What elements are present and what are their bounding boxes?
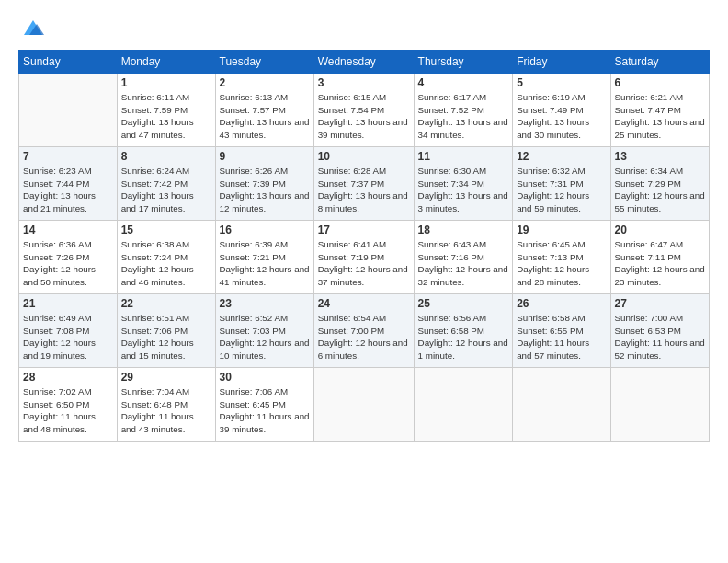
calendar-day-cell (313, 368, 414, 442)
calendar-day-cell: 23Sunrise: 6:52 AMSunset: 7:03 PMDayligh… (215, 294, 313, 368)
day-info: Sunrise: 6:30 AMSunset: 7:34 PMDaylight:… (418, 165, 509, 215)
day-info: Sunrise: 7:00 AMSunset: 6:53 PMDaylight:… (615, 312, 705, 362)
day-info: Sunrise: 6:38 AMSunset: 7:24 PMDaylight:… (121, 238, 211, 289)
calendar-day-cell: 15Sunrise: 6:38 AMSunset: 7:24 PMDayligh… (117, 221, 215, 294)
day-number: 6 (615, 76, 705, 89)
calendar-day-cell: 22Sunrise: 6:51 AMSunset: 7:06 PMDayligh… (117, 294, 215, 368)
day-info: Sunrise: 7:06 AMSunset: 6:45 PMDaylight:… (220, 385, 310, 436)
calendar-day-cell: 11Sunrise: 6:30 AMSunset: 7:34 PMDayligh… (414, 147, 513, 221)
day-number: 12 (517, 150, 606, 163)
day-number: 13 (615, 150, 705, 163)
header (18, 15, 710, 40)
day-info: Sunrise: 6:52 AMSunset: 7:03 PMDaylight:… (220, 312, 310, 362)
calendar-day-cell: 9Sunrise: 6:26 AMSunset: 7:39 PMDaylight… (215, 147, 313, 221)
day-info: Sunrise: 6:34 AMSunset: 7:29 PMDaylight:… (615, 165, 705, 215)
day-info: Sunrise: 6:32 AMSunset: 7:31 PMDaylight:… (517, 165, 606, 215)
day-number: 28 (23, 371, 113, 384)
page: SundayMondayTuesdayWednesdayThursdayFrid… (0, 0, 728, 563)
day-number: 8 (121, 150, 211, 163)
calendar-day-cell (513, 368, 610, 442)
day-number: 17 (318, 224, 410, 236)
day-number: 9 (220, 150, 310, 163)
day-number: 21 (23, 297, 113, 310)
day-number: 11 (418, 150, 509, 163)
calendar-day-cell: 14Sunrise: 6:36 AMSunset: 7:26 PMDayligh… (19, 221, 118, 294)
day-number: 2 (220, 76, 310, 89)
day-number: 24 (318, 297, 410, 310)
calendar-week-row: 28Sunrise: 7:02 AMSunset: 6:50 PMDayligh… (19, 368, 710, 442)
calendar-day-cell: 3Sunrise: 6:15 AMSunset: 7:54 PMDaylight… (313, 74, 414, 147)
calendar-week-row: 21Sunrise: 6:49 AMSunset: 7:08 PMDayligh… (19, 294, 710, 368)
calendar-week-row: 1Sunrise: 6:11 AMSunset: 7:59 PMDaylight… (19, 74, 710, 147)
day-number: 20 (615, 224, 705, 236)
calendar-day-cell: 8Sunrise: 6:24 AMSunset: 7:42 PMDaylight… (117, 147, 215, 221)
day-info: Sunrise: 6:13 AMSunset: 7:57 PMDaylight:… (220, 91, 310, 142)
calendar-day-cell: 16Sunrise: 6:39 AMSunset: 7:21 PMDayligh… (215, 221, 313, 294)
day-of-week-header: Friday (513, 51, 610, 74)
calendar-day-cell: 12Sunrise: 6:32 AMSunset: 7:31 PMDayligh… (513, 147, 610, 221)
day-number: 14 (23, 224, 113, 236)
day-number: 1 (121, 76, 211, 89)
calendar-day-cell: 7Sunrise: 6:23 AMSunset: 7:44 PMDaylight… (19, 147, 118, 221)
day-number: 5 (517, 76, 606, 89)
day-info: Sunrise: 6:47 AMSunset: 7:11 PMDaylight:… (615, 238, 705, 289)
calendar-day-cell (19, 74, 118, 147)
day-info: Sunrise: 6:39 AMSunset: 7:21 PMDaylight:… (220, 238, 310, 289)
day-info: Sunrise: 6:26 AMSunset: 7:39 PMDaylight:… (220, 165, 310, 215)
day-of-week-header: Thursday (414, 51, 513, 74)
calendar-header-row: SundayMondayTuesdayWednesdayThursdayFrid… (19, 51, 710, 74)
day-number: 15 (121, 224, 211, 236)
day-number: 7 (23, 150, 113, 163)
day-info: Sunrise: 6:43 AMSunset: 7:16 PMDaylight:… (418, 238, 509, 289)
day-of-week-header: Wednesday (313, 51, 414, 74)
calendar-day-cell: 26Sunrise: 6:58 AMSunset: 6:55 PMDayligh… (513, 294, 610, 368)
day-info: Sunrise: 7:04 AMSunset: 6:48 PMDaylight:… (121, 385, 211, 436)
calendar-day-cell: 30Sunrise: 7:06 AMSunset: 6:45 PMDayligh… (215, 368, 313, 442)
calendar-week-row: 14Sunrise: 6:36 AMSunset: 7:26 PMDayligh… (19, 221, 710, 294)
day-info: Sunrise: 6:36 AMSunset: 7:26 PMDaylight:… (23, 238, 113, 289)
day-of-week-header: Tuesday (215, 51, 313, 74)
day-info: Sunrise: 6:58 AMSunset: 6:55 PMDaylight:… (517, 312, 606, 362)
calendar-day-cell (414, 368, 513, 442)
calendar-day-cell: 1Sunrise: 6:11 AMSunset: 7:59 PMDaylight… (117, 74, 215, 147)
day-of-week-header: Sunday (19, 51, 118, 74)
day-info: Sunrise: 6:23 AMSunset: 7:44 PMDaylight:… (23, 165, 113, 215)
day-number: 29 (121, 371, 211, 384)
calendar-day-cell: 4Sunrise: 6:17 AMSunset: 7:52 PMDaylight… (414, 74, 513, 147)
day-of-week-header: Monday (117, 51, 215, 74)
calendar-day-cell: 2Sunrise: 6:13 AMSunset: 7:57 PMDaylight… (215, 74, 313, 147)
calendar-day-cell: 18Sunrise: 6:43 AMSunset: 7:16 PMDayligh… (414, 221, 513, 294)
day-number: 23 (220, 297, 310, 310)
day-info: Sunrise: 6:19 AMSunset: 7:49 PMDaylight:… (517, 91, 606, 142)
day-info: Sunrise: 6:41 AMSunset: 7:19 PMDaylight:… (318, 238, 410, 289)
day-info: Sunrise: 6:24 AMSunset: 7:42 PMDaylight:… (121, 165, 211, 215)
day-info: Sunrise: 6:56 AMSunset: 6:58 PMDaylight:… (418, 312, 509, 362)
day-info: Sunrise: 6:49 AMSunset: 7:08 PMDaylight:… (23, 312, 113, 362)
calendar-table: SundayMondayTuesdayWednesdayThursdayFrid… (18, 50, 710, 442)
day-number: 19 (517, 224, 606, 236)
day-info: Sunrise: 7:02 AMSunset: 6:50 PMDaylight:… (23, 385, 113, 436)
calendar-day-cell: 28Sunrise: 7:02 AMSunset: 6:50 PMDayligh… (19, 368, 118, 442)
day-info: Sunrise: 6:17 AMSunset: 7:52 PMDaylight:… (418, 91, 509, 142)
calendar-day-cell (610, 368, 709, 442)
logo (18, 15, 46, 40)
calendar-day-cell: 10Sunrise: 6:28 AMSunset: 7:37 PMDayligh… (313, 147, 414, 221)
calendar-day-cell: 24Sunrise: 6:54 AMSunset: 7:00 PMDayligh… (313, 294, 414, 368)
calendar-day-cell: 27Sunrise: 7:00 AMSunset: 6:53 PMDayligh… (610, 294, 709, 368)
day-number: 22 (121, 297, 211, 310)
day-info: Sunrise: 6:45 AMSunset: 7:13 PMDaylight:… (517, 238, 606, 289)
calendar-day-cell: 6Sunrise: 6:21 AMSunset: 7:47 PMDaylight… (610, 74, 709, 147)
day-info: Sunrise: 6:28 AMSunset: 7:37 PMDaylight:… (318, 165, 410, 215)
day-info: Sunrise: 6:51 AMSunset: 7:06 PMDaylight:… (121, 312, 211, 362)
day-of-week-header: Saturday (610, 51, 709, 74)
day-number: 30 (220, 371, 310, 384)
day-number: 18 (418, 224, 509, 236)
day-info: Sunrise: 6:21 AMSunset: 7:47 PMDaylight:… (615, 91, 705, 142)
calendar-day-cell: 29Sunrise: 7:04 AMSunset: 6:48 PMDayligh… (117, 368, 215, 442)
day-number: 16 (220, 224, 310, 236)
day-number: 25 (418, 297, 509, 310)
calendar-day-cell: 25Sunrise: 6:56 AMSunset: 6:58 PMDayligh… (414, 294, 513, 368)
day-info: Sunrise: 6:54 AMSunset: 7:00 PMDaylight:… (318, 312, 410, 362)
day-number: 27 (615, 297, 705, 310)
calendar-day-cell: 17Sunrise: 6:41 AMSunset: 7:19 PMDayligh… (313, 221, 414, 294)
